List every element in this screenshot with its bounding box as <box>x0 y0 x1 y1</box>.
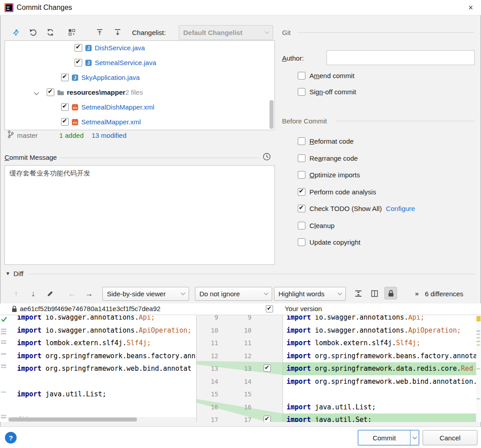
help-button[interactable]: ? <box>5 432 17 444</box>
tree-row[interactable]: J SetmealService.java <box>5 56 274 70</box>
more-actions-chevrons[interactable]: » <box>415 290 419 297</box>
refresh-button[interactable] <box>44 26 57 39</box>
diff-left-pane[interactable]: import io.swagger.annotations.Api;import… <box>8 315 196 422</box>
update-copyright-row[interactable]: Update copyright <box>298 238 360 246</box>
file-name[interactable]: SkyApplication.java <box>81 74 140 81</box>
previous-file-button[interactable]: ← <box>66 287 78 300</box>
next-difference-button[interactable]: ↓ <box>27 287 40 300</box>
code-line <box>8 375 196 388</box>
file-checkbox[interactable] <box>75 59 82 66</box>
include-change-checkbox[interactable] <box>264 416 271 422</box>
signoff-commit-checkbox[interactable] <box>298 88 305 96</box>
chevron-down-icon <box>338 291 342 295</box>
commit-dropdown-button[interactable] <box>410 430 419 445</box>
diff-left-code: import io.swagger.annotations.Api;import… <box>8 315 196 422</box>
collapse-all-button[interactable] <box>111 26 124 39</box>
diff-gutter: 9910101111121213131414151516161717 <box>196 315 283 422</box>
next-file-button[interactable]: → <box>83 287 95 300</box>
your-version-checkbox[interactable] <box>266 305 273 312</box>
include-change-checkbox[interactable] <box>264 365 271 372</box>
code-line: import org.springframework.beans.factory… <box>8 350 196 363</box>
diff-collapse-triangle-icon[interactable]: ▼ <box>5 271 10 276</box>
cleanup-checkbox[interactable] <box>298 222 305 229</box>
refresh-changes-button[interactable] <box>10 26 22 39</box>
optimize-imports-checkbox[interactable] <box>298 171 305 179</box>
diff-viewer: import io.swagger.annotations.Api;import… <box>0 315 481 422</box>
diff-file-header: ae61cf52b9f469e746780a1411e3cf1f5c7dea92… <box>0 303 481 315</box>
update-copyright-checkbox[interactable] <box>298 238 305 246</box>
chevron-down-icon <box>181 291 185 295</box>
commit-history-icon[interactable] <box>262 152 271 163</box>
java-file-icon: J <box>71 74 79 81</box>
file-name[interactable]: SetmealMapper.xml <box>81 118 141 126</box>
xml-file-icon: <> <box>71 104 79 111</box>
highlight-mode-select[interactable]: Highlight words <box>274 287 346 301</box>
commit-message-label: Commit Message <box>4 154 57 161</box>
change-marker <box>1 391 6 393</box>
code-analysis-row[interactable]: Perform code analysis <box>298 188 376 196</box>
diff-horizontal-scrollbar[interactable] <box>8 417 196 422</box>
file-name[interactable]: SetmealService.java <box>95 59 156 66</box>
collapse-unchanged-button[interactable] <box>352 287 365 300</box>
rearrange-code-row[interactable]: Rearrange code <box>298 154 358 162</box>
configure-link[interactable]: Configure <box>386 205 415 212</box>
ignore-mode-select[interactable]: Do not ignore <box>195 287 272 301</box>
branch-name[interactable]: master <box>17 132 38 139</box>
file-checkbox[interactable] <box>61 74 69 81</box>
reformat-code-row[interactable]: Reformat code <box>298 137 353 145</box>
separator <box>29 274 475 274</box>
gutter-row: 1717 <box>197 413 282 422</box>
file-name[interactable]: SetmealDishMapper.xml <box>81 103 154 111</box>
previous-difference-button[interactable]: ↑ <box>10 287 22 300</box>
rollback-button[interactable] <box>27 26 40 39</box>
tree-row[interactable]: resources\mapper 2 files <box>5 85 274 100</box>
signoff-commit-row[interactable]: Sign-off commit <box>298 88 356 96</box>
tree-row[interactable]: <> SetmealMapper.xml <box>5 115 274 130</box>
synchronize-scrolling-button[interactable] <box>368 287 381 300</box>
file-checkbox[interactable] <box>47 88 54 96</box>
disable-editing-button[interactable] <box>384 287 397 299</box>
diff-right-pane[interactable]: import io.swagger.annotations.Api;import… <box>283 315 476 422</box>
differences-count: 6 differences <box>425 290 463 298</box>
viewer-mode-select[interactable]: Side-by-side viewer <box>102 287 189 301</box>
amend-commit-checkbox[interactable] <box>298 72 305 79</box>
file-name[interactable]: DishService.java <box>95 44 145 52</box>
edit-source-button[interactable] <box>44 287 57 300</box>
right-revision-title: Your version <box>285 305 322 312</box>
gutter-row: 1212 <box>197 350 282 363</box>
cleanup-row[interactable]: Cleanup <box>298 222 335 229</box>
right-marker-bar <box>476 315 481 422</box>
check-todo-checkbox[interactable] <box>298 205 305 212</box>
commit-button[interactable]: Commit <box>358 430 410 445</box>
diff-horizontal-scrollbar-thumb[interactable] <box>9 417 137 422</box>
optimize-imports-row[interactable]: Optimize imports <box>298 171 360 179</box>
expand-all-button[interactable] <box>93 26 106 39</box>
tree-row[interactable]: <> SetmealDishMapper.xml <box>5 100 274 115</box>
tree-scrollbar-thumb[interactable] <box>269 100 274 129</box>
scroll-marker <box>477 337 480 338</box>
scroll-marker <box>477 368 480 369</box>
rearrange-code-checkbox[interactable] <box>298 154 305 162</box>
file-checkbox[interactable] <box>75 44 82 52</box>
tree-row[interactable]: J SkyApplication.java <box>5 70 274 85</box>
reformat-code-checkbox[interactable] <box>298 137 305 145</box>
code-analysis-checkbox[interactable] <box>298 188 305 196</box>
cancel-button[interactable]: Cancel <box>423 430 477 445</box>
amend-commit-row[interactable]: Amend commit <box>298 72 354 79</box>
file-checkbox[interactable] <box>61 118 69 126</box>
file-checkbox[interactable] <box>61 103 69 111</box>
group-by-button[interactable] <box>66 26 78 39</box>
folder-name[interactable]: resources\mapper <box>67 88 125 96</box>
expand-chevron-icon[interactable] <box>34 90 39 95</box>
close-icon[interactable]: × <box>460 0 481 15</box>
tree-row[interactable]: J DishService.java <box>5 41 274 56</box>
left-marker-bar <box>0 315 8 422</box>
left-line-number: 14 <box>198 375 218 388</box>
check-todo-row[interactable]: Check TODO (Show All) Configure <box>298 205 415 212</box>
code-line: import java.util.List; <box>283 401 476 414</box>
changelist-select[interactable]: Default Changelist <box>179 25 273 40</box>
commit-message-input[interactable]: 缓存套餐业务功能代码开发 <box>4 165 275 265</box>
scroll-marker <box>477 341 480 342</box>
right-line-number: 12 <box>231 350 252 363</box>
author-input[interactable] <box>327 50 475 65</box>
